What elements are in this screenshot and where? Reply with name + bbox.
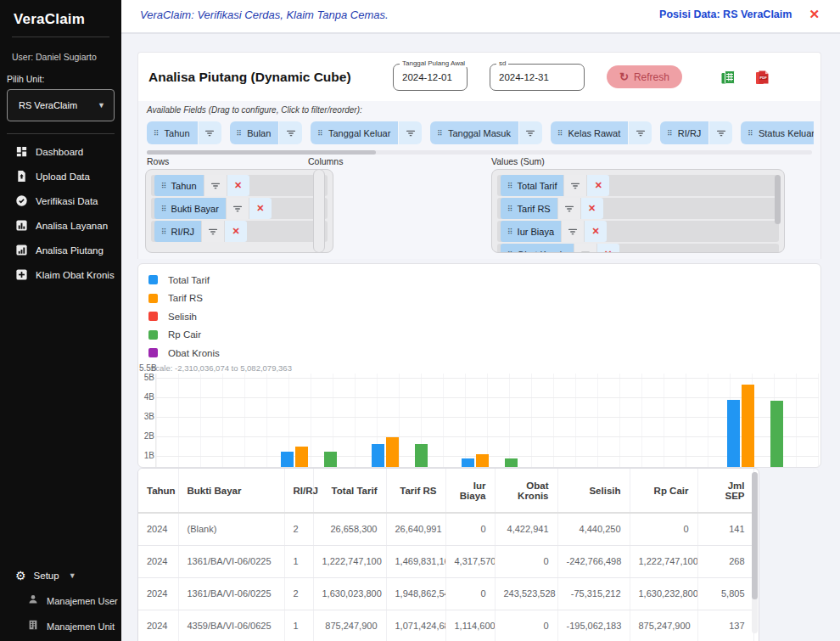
sidebar-item-analisa-piutang[interactable]: Analisa Piutang xyxy=(0,238,121,262)
filter-icon[interactable] xyxy=(399,121,422,144)
field-chip-tanggal-keluar[interactable]: ⠿Tanggal Keluar xyxy=(311,121,422,144)
filter-icon[interactable] xyxy=(204,175,227,196)
rows-dropzone[interactable]: ⠿Tahun✕⠿Bukti Bayar✕⠿RI/RJ✕ xyxy=(145,169,333,253)
filter-icon[interactable] xyxy=(199,121,221,144)
remove-icon[interactable]: ✕ xyxy=(597,244,619,253)
field-chip-tahun[interactable]: ⠿Tahun xyxy=(147,121,221,144)
config-chip-obat-kronis[interactable]: ⠿Obat Kronis✕ xyxy=(501,244,619,253)
remove-icon[interactable]: ✕ xyxy=(227,175,249,196)
column-header-jml-sep[interactable]: Jml SEP xyxy=(697,469,753,513)
filter-icon[interactable] xyxy=(564,175,586,196)
date-to-field[interactable]: sd 2024-12-31 xyxy=(490,64,585,91)
filter-icon[interactable] xyxy=(519,121,542,144)
sidebar-item-verifikasi-data[interactable]: Verifikasi Data xyxy=(0,188,121,213)
filter-icon[interactable] xyxy=(629,121,652,144)
filter-icon[interactable] xyxy=(558,198,580,219)
bar-tarif-rs[interactable] xyxy=(386,437,399,467)
drag-handle-icon[interactable]: ⠿ xyxy=(161,205,167,213)
remove-icon[interactable]: ✕ xyxy=(587,175,609,196)
pdf-export-icon[interactable]: PDF xyxy=(753,69,770,86)
config-chip-iur-biaya[interactable]: ⠿Iur Biaya✕ xyxy=(501,221,607,242)
legend-item-rp-cair[interactable]: Rp Cair xyxy=(148,326,220,345)
bar-total-tarif[interactable] xyxy=(462,458,474,467)
config-chip-ri-rj[interactable]: ⠿RI/RJ✕ xyxy=(154,221,247,242)
remove-icon[interactable]: ✕ xyxy=(225,221,247,242)
values-scrollbar[interactable] xyxy=(775,175,781,224)
drag-handle-icon[interactable]: ⠿ xyxy=(507,228,513,236)
config-chip-bukti-bayar[interactable]: ⠿Bukti Bayar✕ xyxy=(154,198,272,219)
drag-handle-icon[interactable]: ⠿ xyxy=(161,182,167,190)
field-chip-bulan[interactable]: ⠿Bulan xyxy=(230,121,303,144)
legend-item-total-tarif[interactable]: Total Tarif xyxy=(148,271,220,290)
legend-item-tarif-rs[interactable]: Tarif RS xyxy=(148,290,220,308)
column-header-ri-rj[interactable]: RI/RJ xyxy=(284,469,313,513)
config-chip-tarif-rs[interactable]: ⠿Tarif RS✕ xyxy=(501,198,603,219)
date-from-field[interactable]: Tanggal Pulang Awal 2024-12-01 xyxy=(393,64,468,91)
filter-icon[interactable] xyxy=(227,198,249,219)
column-header-bukti-bayar[interactable]: Bukti Bayar xyxy=(178,469,284,513)
table-row[interactable]: 2024(Blank)226,658,30026,640,99104,422,9… xyxy=(138,513,753,545)
table-row[interactable]: 20244359/BA/VI-06/06251875,247,9001,071,… xyxy=(138,610,753,641)
close-icon[interactable]: ✕ xyxy=(809,7,820,22)
sidebar-item-dashboard[interactable]: Dashboard xyxy=(0,139,121,164)
bar-rp-cair[interactable] xyxy=(324,452,337,467)
config-chip-tahun[interactable]: ⠿Tahun✕ xyxy=(154,175,249,196)
legend-item-selisih[interactable]: Selisih xyxy=(148,307,220,326)
bar-total-tarif[interactable] xyxy=(281,452,294,467)
column-header-tahun[interactable]: Tahun xyxy=(138,469,178,513)
drag-handle-icon[interactable]: ⠿ xyxy=(317,129,323,138)
remove-icon[interactable]: ✕ xyxy=(585,221,607,242)
sidebar-item-manajemen-user[interactable]: Manajemen User xyxy=(0,588,121,614)
bar-tarif-rs[interactable] xyxy=(295,447,308,467)
sidebar-item-analisa-layanan[interactable]: Analisa Layanan xyxy=(0,213,121,238)
column-header-rp-cair[interactable]: Rp Cair xyxy=(630,469,697,513)
drag-handle-icon[interactable]: ⠿ xyxy=(748,129,753,138)
column-header-obat-kronis[interactable]: Obat Kronis xyxy=(495,469,557,513)
sidebar-item-manajemen-unit[interactable]: Manajemen Unit xyxy=(0,614,121,639)
config-chip-total-tarif[interactable]: ⠿Total Tarif✕ xyxy=(501,175,609,196)
drag-handle-icon[interactable]: ⠿ xyxy=(237,129,243,138)
sidebar-item-upload-data[interactable]: Upload Data xyxy=(0,164,121,188)
legend-item-obat-kronis[interactable]: Obat Kronis xyxy=(148,344,220,363)
bar-rp-cair[interactable] xyxy=(415,444,428,468)
drag-handle-icon[interactable]: ⠿ xyxy=(507,182,513,190)
drag-handle-icon[interactable]: ⠿ xyxy=(154,129,160,138)
values-dropzone[interactable]: ⠿Total Tarif✕⠿Tarif RS✕⠿Iur Biaya✕⠿Obat … xyxy=(491,169,785,253)
bar-rp-cair[interactable] xyxy=(505,458,518,467)
filter-icon[interactable] xyxy=(709,121,732,144)
table-row[interactable]: 20241361/BA/VI-06/022521,630,023,8001,94… xyxy=(138,577,753,610)
filter-icon[interactable] xyxy=(574,244,596,253)
column-header-total-tarif[interactable]: Total Tarif xyxy=(313,469,386,513)
field-chip-status-keluar[interactable]: ⠿Status Keluar xyxy=(741,121,814,144)
filter-icon[interactable] xyxy=(562,221,584,242)
drag-handle-icon[interactable]: ⠿ xyxy=(667,129,673,138)
sidebar-item-klaim-obat-kronis[interactable]: Klaim Obat Kronis xyxy=(0,262,121,287)
excel-export-icon[interactable] xyxy=(720,69,736,86)
bar-total-tarif[interactable] xyxy=(372,444,384,468)
bar-total-tarif[interactable] xyxy=(727,400,740,467)
drag-handle-icon[interactable]: ⠿ xyxy=(557,129,563,138)
drag-handle-icon[interactable]: ⠿ xyxy=(507,205,513,213)
column-header-tarif-rs[interactable]: Tarif RS xyxy=(386,469,445,513)
refresh-button[interactable]: ↻ Refresh xyxy=(607,65,682,88)
column-header-iur-biaya[interactable]: Iur Biaya xyxy=(445,469,495,513)
field-chip-ri-rj[interactable]: ⠿RI/RJ xyxy=(660,121,732,144)
drag-handle-icon[interactable]: ⠿ xyxy=(161,228,167,236)
table-row[interactable]: 20241361/BA/VI-06/022511,222,747,1001,46… xyxy=(138,545,753,577)
bar-tarif-rs[interactable] xyxy=(742,385,754,467)
field-chip-tanggal-masuk[interactable]: ⠿Tanggal Masuk xyxy=(430,121,542,144)
filter-icon[interactable] xyxy=(279,121,302,144)
bar-tarif-rs[interactable] xyxy=(476,454,489,467)
field-chip-kelas-rawat[interactable]: ⠿Kelas Rawat xyxy=(551,121,652,144)
unit-select[interactable]: RS VeraClaim ▼ xyxy=(7,89,115,121)
columns-dropzone[interactable] xyxy=(313,169,325,253)
table-scrollbar-thumb[interactable] xyxy=(752,472,758,599)
drag-handle-icon[interactable]: ⠿ xyxy=(437,129,443,138)
bar-rp-cair[interactable] xyxy=(770,401,783,467)
sidebar-item-setup[interactable]: ⚙ Setup ▼ xyxy=(0,563,121,588)
remove-icon[interactable]: ✕ xyxy=(581,198,603,219)
column-header-selisih[interactable]: Selisih xyxy=(557,469,630,513)
filter-icon[interactable] xyxy=(202,221,224,242)
drag-handle-icon[interactable]: ⠿ xyxy=(507,250,513,254)
remove-icon[interactable]: ✕ xyxy=(249,198,272,219)
